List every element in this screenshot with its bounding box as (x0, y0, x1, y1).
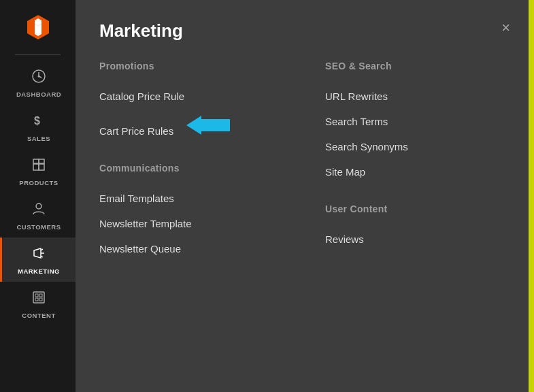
reviews-link[interactable]: Reviews (325, 227, 510, 252)
cart-price-rules-arrow (186, 116, 230, 135)
products-icon (31, 157, 46, 176)
columns-container: Promotions Catalog Price Rule Cart Price… (99, 61, 510, 261)
svg-rect-7 (39, 164, 44, 170)
svg-marker-11 (34, 248, 41, 258)
catalog-price-rule-link[interactable]: Catalog Price Rule (99, 84, 284, 109)
svg-rect-18 (35, 298, 38, 301)
email-templates-link[interactable]: Email Templates (99, 186, 284, 211)
svg-rect-6 (33, 164, 39, 170)
marketing-label: MARKETING (18, 267, 60, 275)
seo-search-heading: SEO & Search (325, 61, 510, 71)
magento-logo (23, 12, 53, 42)
marketing-panel: Marketing × Promotions Catalog Price Rul… (76, 0, 534, 392)
svg-rect-9 (39, 159, 44, 163)
newsletter-template-link[interactable]: Newsletter Template (99, 211, 284, 236)
marketing-icon (31, 246, 46, 264)
newsletter-queue-link[interactable]: Newsletter Queue (99, 236, 284, 261)
sidebar-divider (15, 54, 61, 55)
sidebar: DASHBOARD $ SALES PRODUCTS (0, 0, 76, 392)
site-map-link[interactable]: Site Map (325, 159, 510, 184)
sidebar-item-sales[interactable]: $ SALES (0, 105, 76, 149)
logo-area (0, 0, 76, 52)
sales-label: SALES (27, 135, 50, 142)
svg-point-4 (38, 76, 40, 78)
sidebar-item-marketing[interactable]: MARKETING (0, 238, 76, 282)
cart-price-rules-link[interactable]: Cart Price Rules (99, 109, 284, 144)
customers-icon (31, 201, 46, 220)
sales-icon: $ (31, 113, 46, 131)
svg-rect-16 (35, 294, 38, 297)
promotions-heading: Promotions (99, 61, 284, 71)
sidebar-item-content[interactable]: CONTENT (0, 282, 76, 326)
right-accent-strip (529, 0, 534, 392)
svg-rect-19 (39, 298, 42, 301)
section-gap (99, 144, 284, 163)
left-column: Promotions Catalog Price Rule Cart Price… (99, 61, 284, 261)
section-gap-right (325, 184, 510, 203)
svg-rect-17 (39, 294, 42, 297)
svg-rect-8 (33, 159, 39, 163)
close-button[interactable]: × (501, 20, 510, 35)
arrow-head (186, 116, 201, 135)
main-content: Marketing × Promotions Catalog Price Rul… (76, 0, 534, 392)
panel-header: Marketing × (99, 20, 510, 42)
content-label: CONTENT (22, 312, 55, 319)
app-container: DASHBOARD $ SALES PRODUCTS (0, 0, 534, 392)
panel-title: Marketing (99, 20, 183, 42)
svg-point-10 (36, 203, 41, 209)
search-terms-link[interactable]: Search Terms (325, 109, 510, 134)
sidebar-item-products[interactable]: PRODUCTS (0, 149, 76, 193)
arrow-body (201, 119, 230, 131)
content-icon (31, 290, 46, 308)
search-synonyms-link[interactable]: Search Synonyms (325, 134, 510, 159)
user-content-heading: User Content (325, 203, 510, 214)
customers-label: CUSTOMERS (16, 223, 61, 231)
dashboard-icon (31, 69, 46, 87)
sidebar-item-customers[interactable]: CUSTOMERS (0, 193, 76, 238)
products-label: PRODUCTS (19, 179, 58, 186)
svg-text:$: $ (34, 115, 40, 127)
svg-rect-15 (33, 292, 44, 303)
dashboard-label: DASHBOARD (16, 91, 61, 98)
url-rewrites-link[interactable]: URL Rewrites (325, 84, 510, 109)
sidebar-item-dashboard[interactable]: DASHBOARD (0, 61, 76, 105)
communications-heading: Communications (99, 163, 284, 174)
right-column: SEO & Search URL Rewrites Search Terms S… (325, 61, 510, 261)
